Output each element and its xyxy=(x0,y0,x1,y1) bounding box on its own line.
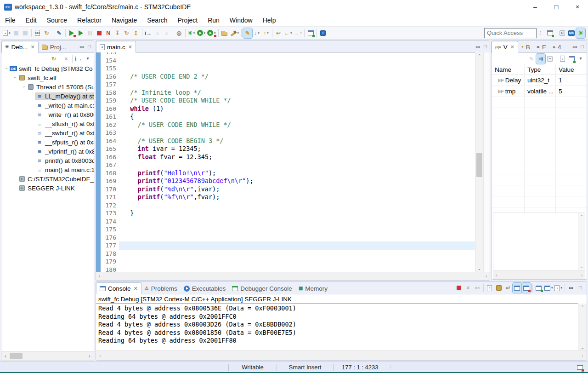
debug-tree-item[interactable]: ≡__swbuf_r() at 0x8 xyxy=(1,128,94,138)
menu-source[interactable]: Source xyxy=(42,14,72,26)
minimize-view-icon[interactable]: ▭ xyxy=(572,44,577,49)
expander-icon[interactable]: › xyxy=(22,85,26,90)
terminate-icon[interactable] xyxy=(95,28,104,38)
new-wizard-icon[interactable]: +▾ xyxy=(2,28,11,38)
variables-view-icon[interactable]: (x)= xyxy=(495,46,501,49)
step-over-icon[interactable]: ↻ xyxy=(122,28,131,38)
scrollbar-thumb[interactable] xyxy=(10,353,23,359)
editor-tab-main-c[interactable]: cmain.c✕ xyxy=(96,41,136,53)
new-window-icon[interactable] xyxy=(306,28,315,38)
scroll-up-icon[interactable]: ⌃ xyxy=(578,304,587,310)
detail-hscrollbar[interactable]: ‹ › xyxy=(493,270,585,280)
scroll-lock-icon[interactable] xyxy=(494,283,503,293)
overview-ruler[interactable] xyxy=(483,52,490,272)
executables-view-icon[interactable] xyxy=(184,286,190,292)
debug-view-icon[interactable]: ✳ xyxy=(5,45,9,49)
external-tools-icon[interactable]: ▾ xyxy=(206,28,217,38)
show-execution-point-icon[interactable]: ≡ xyxy=(153,28,162,38)
project-explorer-icon[interactable] xyxy=(42,44,48,50)
debug-tree-item[interactable]: ≡__sflush_r() at 0x8 xyxy=(1,119,94,128)
scroll-up-icon[interactable]: ⌃ xyxy=(578,213,585,220)
maximize-view-icon[interactable]: □ xyxy=(581,44,584,49)
background-operations-icon[interactable] xyxy=(575,362,584,373)
show-stderr-icon[interactable] xyxy=(522,283,531,293)
scroll-right-icon[interactable]: › xyxy=(85,354,94,359)
scroll-down-icon[interactable]: ⌄ xyxy=(578,263,585,270)
debug-tree-item[interactable]: ≡LL_mDelay() at str xyxy=(1,92,94,101)
scroll-up-icon[interactable]: ⌃ xyxy=(475,52,483,59)
minimize-window-button[interactable]: – xyxy=(525,0,546,14)
build-binary-icon[interactable]: 010 xyxy=(33,28,42,38)
open-console-icon[interactable]: +▾ xyxy=(554,283,563,293)
scroll-right-icon[interactable]: › xyxy=(578,353,587,358)
console-view-icon[interactable] xyxy=(100,286,106,291)
search-icon[interactable]: ▾ xyxy=(229,28,240,38)
debug-icon[interactable]: ✳▾ xyxy=(187,28,196,38)
scrollbar-thumb[interactable] xyxy=(476,153,482,177)
display-console-icon[interactable]: ▾ xyxy=(543,283,554,293)
info-icon[interactable]: i xyxy=(318,28,328,38)
minimize-view-icon[interactable]: ▭ xyxy=(566,283,576,293)
collapse-all-icon[interactable]: − xyxy=(545,54,554,64)
vars-tab-e[interactable]: ∝E xyxy=(533,41,549,52)
debug-tree-item[interactable]: ▸C:/ST/STM32CubeIDE_1 xyxy=(1,174,94,184)
debug-tree-item[interactable]: ›IDEswift_fc Debug [STM32 Co xyxy=(1,64,94,73)
cpp-perspective-icon[interactable]: C xyxy=(558,28,567,38)
clear-console-icon[interactable]: × xyxy=(485,283,494,293)
c-file-icon[interactable]: c xyxy=(100,44,105,50)
menu-run[interactable]: Run xyxy=(203,14,225,26)
console-tab-memory[interactable]: ▦Memory xyxy=(295,283,331,294)
back-icon[interactable]: ←▾ xyxy=(283,28,293,38)
new-view-icon[interactable]: + xyxy=(558,54,567,64)
memory-view-icon[interactable]: ▦ xyxy=(299,286,303,291)
relaunch-icon[interactable]: ↻ xyxy=(49,54,58,64)
resume-icon[interactable] xyxy=(76,28,85,38)
console-vscrollbar[interactable]: ⌃ ⌄ xyxy=(578,304,587,351)
editor-gutter[interactable]: 1531541551561571581591601611621631641651… xyxy=(96,52,119,272)
menu-help[interactable]: Help xyxy=(258,14,281,26)
view-overflow-icon[interactable]: » xyxy=(553,45,555,50)
console-tab-console[interactable]: Console✕ xyxy=(96,282,141,294)
debug-tree-item[interactable]: ›Thread #1 57005 (Su xyxy=(1,82,94,92)
problems-view-icon[interactable]: ⚠ xyxy=(145,286,149,291)
scroll-left-icon[interactable]: ‹ xyxy=(96,353,104,358)
show-type-names-icon[interactable]: ✎ xyxy=(527,54,536,64)
minimize-view-icon[interactable]: ▭ xyxy=(79,44,84,49)
refresh-icon[interactable]: ↻ xyxy=(42,28,51,38)
variable-row-tmp[interactable]: (x)=tmpvolatile ...5 xyxy=(492,86,587,97)
instruction-stepping-icon[interactable]: i→ xyxy=(144,28,153,38)
scroll-left-icon[interactable]: ‹ xyxy=(496,273,497,278)
scroll-right-icon[interactable]: › xyxy=(581,273,582,278)
column-header-value[interactable]: Value xyxy=(556,64,587,75)
debug-tree-item[interactable]: ›swift_fc.elf xyxy=(1,73,94,82)
console-tab-executables[interactable]: Executables xyxy=(181,283,229,294)
column-header-name[interactable]: Name xyxy=(492,64,525,75)
menu-window[interactable]: Window xyxy=(225,14,258,26)
open-new-view-icon[interactable] xyxy=(567,54,576,64)
debug-perspective-icon[interactable]: ✳ xyxy=(576,28,585,38)
expressions-view-icon[interactable]: ∝ xyxy=(537,45,540,49)
debug-tree-item[interactable]: ≡_vfprintf_r() at 0x8 xyxy=(1,147,94,156)
vars-tab-4[interactable]: »4 xyxy=(549,41,565,52)
debug-tree-item[interactable]: ≡main() at main.c:1 xyxy=(1,165,94,174)
save-all-icon[interactable] xyxy=(21,28,30,38)
disconnect-icon[interactable]: N xyxy=(104,28,113,38)
open-perspective-icon[interactable] xyxy=(545,28,554,38)
terminate-icon[interactable] xyxy=(454,283,464,293)
code-editor[interactable]: /* USER CODE END 2 */ /* Infinite loop *… xyxy=(119,52,475,272)
breakpoints-view-icon[interactable]: ● xyxy=(521,45,524,49)
open-element-icon[interactable] xyxy=(220,28,229,38)
mark-occurrences-icon[interactable]: ✎ xyxy=(243,28,252,38)
close-tab-icon[interactable]: ✕ xyxy=(510,44,514,50)
close-tab-icon[interactable]: ✕ xyxy=(30,44,34,50)
run-icon[interactable]: ▾ xyxy=(196,28,207,38)
maximize-view-icon[interactable]: □ xyxy=(88,44,91,49)
vars-tab-b[interactable]: ●B xyxy=(518,41,533,52)
scroll-left-icon[interactable]: ‹ xyxy=(1,354,10,359)
menu-refactor[interactable]: Refactor xyxy=(72,14,107,26)
show-logical-structure-icon[interactable]: ⇉ xyxy=(536,54,545,64)
skip-all-breakpoints-icon[interactable]: ✎ xyxy=(55,28,64,38)
variables-table-header[interactable]: NameTypeValue xyxy=(492,64,587,75)
previous-annotation-icon[interactable]: ↑▾ xyxy=(261,28,271,38)
pin-console-icon[interactable] xyxy=(534,283,543,293)
